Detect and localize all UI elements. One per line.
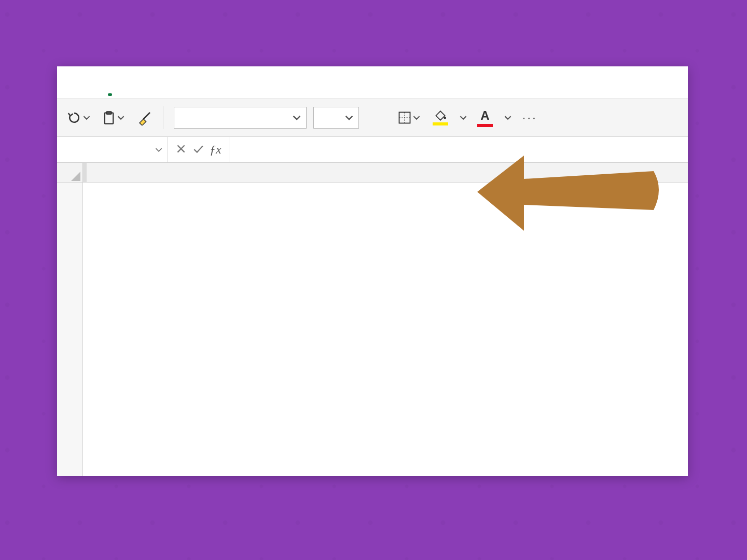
chevron-down-icon [83,114,90,121]
chevron-down-icon[interactable] [504,114,511,121]
chevron-down-icon [155,146,162,153]
cells-area[interactable] [83,183,688,476]
borders-button[interactable] [395,107,422,129]
cancel-formula-button[interactable] [175,143,187,157]
formula-controls: ƒx [168,137,229,162]
undo-button[interactable] [64,107,92,129]
fill-color-button[interactable] [430,107,451,129]
name-box[interactable] [57,137,168,162]
paste-button[interactable] [100,107,127,129]
spreadsheet-grid[interactable] [57,163,688,476]
font-name-select[interactable] [174,107,307,129]
borders-icon [397,110,412,125]
tab-arquivo[interactable] [74,85,80,98]
chevron-down-icon [413,114,420,121]
formula-bar: ƒx [57,137,688,163]
clipboard-icon [102,110,116,125]
select-all-corner[interactable] [57,163,83,182]
bold-button[interactable] [366,107,388,129]
x-icon [175,143,187,155]
chevron-down-icon[interactable] [460,114,467,121]
column-headers [57,163,688,183]
triangle-icon [71,172,80,181]
font-color-button[interactable]: A [474,107,496,129]
check-icon [192,143,204,155]
svg-point-3 [444,116,446,119]
font-color-a-icon: A [480,108,489,123]
undo-icon [66,110,82,125]
ribbon-tabs [57,66,688,99]
tab-formulas[interactable] [240,85,246,98]
fill-color-swatch [433,122,448,125]
toolbar-separator [163,106,163,129]
row-headers [57,183,83,476]
tab-layout[interactable] [206,85,213,98]
chevron-down-icon [345,114,353,122]
toolbar: A ··· [57,99,688,137]
paintbrush-icon [137,110,153,125]
fx-label[interactable]: ƒx [210,143,222,157]
tab-desenhar[interactable] [173,85,179,98]
enter-formula-button[interactable] [192,143,204,157]
toolbar-overflow-button[interactable]: ··· [519,109,540,126]
font-color-swatch [477,124,493,127]
chevron-down-icon [293,114,301,122]
font-size-select[interactable] [313,107,359,129]
tab-inserir[interactable] [140,85,146,98]
tab-inicio[interactable] [107,85,113,98]
paint-bucket-icon [434,110,447,121]
chevron-down-icon [117,114,125,121]
col-header-G[interactable] [86,163,87,182]
formula-input[interactable] [229,137,688,162]
format-painter-button[interactable] [134,107,156,129]
excel-window: A ··· ƒx [57,66,688,476]
